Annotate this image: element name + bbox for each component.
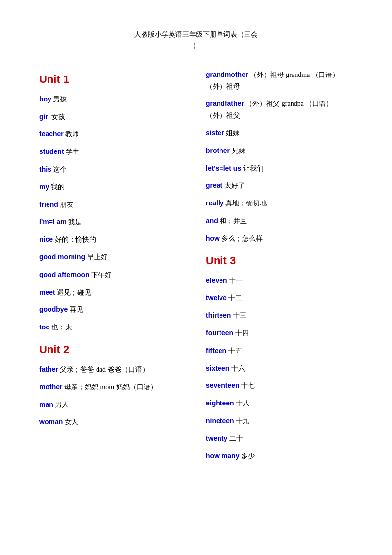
word-english: too xyxy=(39,323,50,331)
word-chinese: 母亲；妈妈 mom 妈妈（口语） xyxy=(62,383,157,391)
word-chinese: 下午好 xyxy=(90,271,112,278)
word-entry: how many 多少 xyxy=(206,451,353,462)
word-chinese: 女人 xyxy=(63,418,78,426)
word-chinese: 二十 xyxy=(227,435,243,442)
word-english: girl xyxy=(39,113,50,121)
word-entry: grandfather （外）祖父 grandpa （口语）（外）祖父 xyxy=(206,98,353,122)
word-entry: girl 女孩 xyxy=(39,111,186,123)
word-english: how many xyxy=(206,452,239,460)
word-entry: boy 男孩 xyxy=(39,94,186,105)
word-chinese: 太好了 xyxy=(222,182,245,189)
word-english: teacher xyxy=(39,130,64,138)
word-chinese: 兄妹 xyxy=(230,147,245,154)
word-english: how xyxy=(206,234,220,242)
word-entry: let's=let us 让我们 xyxy=(206,163,353,175)
word-entry: this 这个 xyxy=(39,164,186,176)
word-entry: seventeen 十七 xyxy=(206,380,353,392)
word-english: sister xyxy=(206,129,224,137)
word-entry: man 男人 xyxy=(39,399,186,411)
word-entry: good afternoon 下午好 xyxy=(39,269,186,281)
word-chinese: 学生 xyxy=(64,148,80,155)
word-entry: student 学生 xyxy=(39,146,186,158)
word-entry: friend 朋友 xyxy=(39,199,186,211)
word-english: twenty xyxy=(206,434,227,442)
word-entry: woman 女人 xyxy=(39,416,186,428)
word-english: and xyxy=(206,217,218,225)
word-entry: eleven 十一 xyxy=(206,275,353,287)
word-entry: brother 兄妹 xyxy=(206,145,353,157)
word-chinese: 十六 xyxy=(229,365,245,372)
word-chinese: 好的；愉快的 xyxy=(53,236,96,243)
word-entry: father 父亲；爸爸 dad 爸爸（口语） xyxy=(39,364,186,376)
word-english: sixteen xyxy=(206,364,229,372)
word-chinese: 十一 xyxy=(227,277,243,284)
unit-heading: Unit 2 xyxy=(39,343,186,356)
word-entry: teacher 教师 xyxy=(39,128,186,140)
word-entry: good morning 早上好 xyxy=(39,252,186,263)
word-chinese: 朋友 xyxy=(58,201,74,208)
word-chinese: 我是 xyxy=(67,218,82,226)
word-entry: fifteen 十五 xyxy=(206,345,353,357)
word-chinese: 和；并且 xyxy=(218,217,247,225)
word-english: meet xyxy=(39,288,55,296)
word-english: this xyxy=(39,165,51,173)
unit-heading: Unit 3 xyxy=(206,254,353,267)
word-entry: great 太好了 xyxy=(206,180,353,192)
word-entry: nice 好的；愉快的 xyxy=(39,234,186,246)
word-chinese: 十三 xyxy=(231,312,246,319)
word-chinese: 姐妹 xyxy=(224,129,240,137)
word-chinese: 遇见；碰见 xyxy=(55,289,92,296)
left-column: Unit 1boy 男孩girl 女孩teacher 教师student 学生t… xyxy=(39,66,186,465)
word-english: great xyxy=(206,181,222,189)
word-entry: I'm=I am 我是 xyxy=(39,216,186,228)
word-entry: thirteen 十三 xyxy=(206,310,353,322)
word-english: goodbye xyxy=(39,305,68,313)
word-english: friend xyxy=(39,201,58,208)
word-english: fourteen xyxy=(206,329,233,337)
word-chinese: 男孩 xyxy=(51,96,67,103)
word-chinese: 这个 xyxy=(51,166,67,173)
word-english: really xyxy=(206,199,224,207)
word-english: good afternoon xyxy=(39,271,90,278)
word-chinese: 十二 xyxy=(227,294,243,302)
word-entry: sister 姐妹 xyxy=(206,127,353,139)
word-english: student xyxy=(39,148,64,155)
word-english: brother xyxy=(206,147,230,154)
word-chinese: 也；太 xyxy=(50,324,73,331)
word-chinese: 十八 xyxy=(234,400,250,407)
word-chinese: 多少 xyxy=(239,453,255,460)
word-chinese: 十九 xyxy=(234,417,250,425)
word-english: twelve xyxy=(206,294,227,302)
word-english: boy xyxy=(39,95,51,103)
unit-heading: Unit 1 xyxy=(39,73,186,86)
word-entry: meet 遇见；碰见 xyxy=(39,287,186,299)
word-english: man xyxy=(39,401,53,408)
word-entry: fourteen 十四 xyxy=(206,328,353,339)
word-english: grandmother xyxy=(206,71,248,78)
word-english: I'm=I am xyxy=(39,218,67,226)
word-entry: nineteen 十九 xyxy=(206,415,353,427)
word-english: seventeen xyxy=(206,381,239,389)
word-entry: and 和；并且 xyxy=(206,215,353,227)
word-chinese: 男人 xyxy=(53,401,69,408)
word-english: nineteen xyxy=(206,417,234,425)
word-entry: really 真地；确切地 xyxy=(206,198,353,209)
right-column: grandmother （外）祖母 grandma （口语）（外）祖母grand… xyxy=(206,66,353,465)
word-chinese: 十五 xyxy=(226,347,242,354)
word-entry: too 也；太 xyxy=(39,322,186,333)
word-entry: sixteen 十六 xyxy=(206,363,353,375)
word-english: good morning xyxy=(39,253,85,261)
word-english: mother xyxy=(39,383,62,391)
word-english: grandfather xyxy=(206,100,244,107)
word-entry: grandmother （外）祖母 grandma （口语）（外）祖母 xyxy=(206,69,353,93)
word-english: thirteen xyxy=(206,311,231,319)
word-entry: my 我的 xyxy=(39,181,186,193)
word-english: nice xyxy=(39,235,53,243)
word-chinese: 再见 xyxy=(68,306,83,313)
word-english: fifteen xyxy=(206,347,226,354)
word-english: eighteen xyxy=(206,399,234,407)
word-chinese: 十四 xyxy=(233,329,249,337)
word-entry: how 多么；怎么样 xyxy=(206,233,353,245)
word-chinese: 让我们 xyxy=(241,165,264,172)
word-chinese: 真地；确切地 xyxy=(224,200,267,207)
